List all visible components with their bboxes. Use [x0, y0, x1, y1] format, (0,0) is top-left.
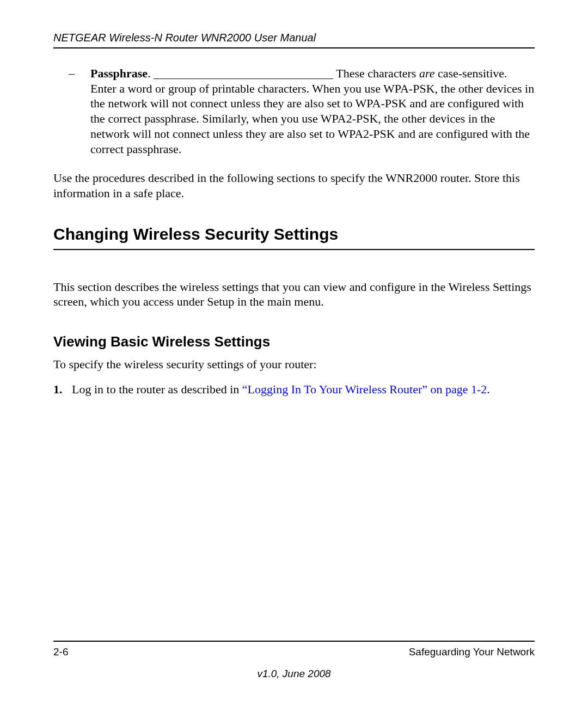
- passphrase-label: Passphrase: [90, 66, 148, 80]
- running-header-text: NETGEAR Wireless-N Router WNR2000 User M…: [53, 32, 316, 44]
- passphrase-pre-italic: These characters: [336, 66, 419, 80]
- heading-changing-wireless-security-settings: Changing Wireless Security Settings: [53, 225, 535, 250]
- section-title: Safeguarding Your Network: [409, 646, 535, 658]
- running-header: NETGEAR Wireless-N Router WNR2000 User M…: [53, 32, 535, 48]
- heading-viewing-basic-wireless-settings: Viewing Basic Wireless Settings: [53, 333, 535, 350]
- viewing-settings-intro-paragraph: To specify the wireless security setting…: [53, 357, 535, 372]
- passphrase-dot: .: [148, 66, 154, 80]
- page-number: 2-6: [53, 646, 68, 658]
- passphrase-fill-blank: ______________________________: [154, 66, 336, 80]
- dash-icon: –: [69, 66, 75, 81]
- cross-ref-link-logging-in[interactable]: “Logging In To Your Wireless Router” on …: [242, 382, 487, 396]
- footer-rule: [53, 641, 535, 642]
- steps-list: 1. Log in to the router as described in …: [53, 382, 535, 397]
- passphrase-list-item: – Passphrase. __________________________…: [72, 66, 535, 156]
- step-1-text-post: .: [487, 382, 490, 396]
- store-info-paragraph: Use the procedures described in the foll…: [53, 171, 535, 200]
- step-1: 1. Log in to the router as described in …: [72, 382, 535, 397]
- footer-row: 2-6 Safeguarding Your Network: [53, 646, 535, 658]
- version-line: v1.0, June 2008: [0, 668, 588, 680]
- step-1-number: 1.: [53, 382, 63, 397]
- page: NETGEAR Wireless-N Router WNR2000 User M…: [0, 0, 588, 706]
- changing-settings-intro-paragraph: This section describes the wireless sett…: [53, 279, 535, 309]
- passphrase-italic-are: are: [419, 66, 435, 80]
- page-body: – Passphrase. __________________________…: [53, 48, 535, 397]
- page-footer: 2-6 Safeguarding Your Network: [53, 641, 535, 658]
- passphrase-text: Passphrase. ____________________________…: [90, 66, 535, 156]
- step-1-text-pre: Log in to the router as described in: [72, 382, 242, 396]
